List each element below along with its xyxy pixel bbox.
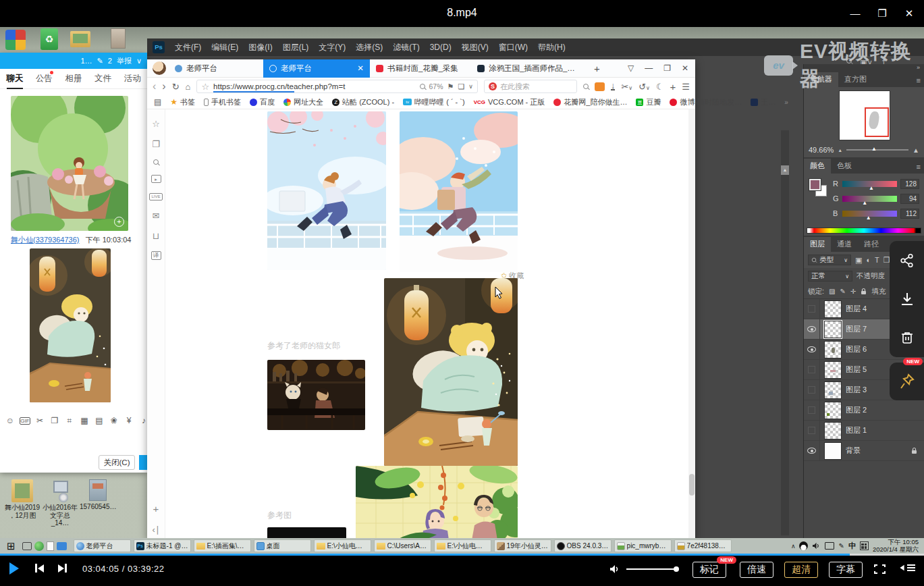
scroll-up-arrow[interactable]: ▲ [781,165,789,175]
zoom-slider[interactable]: ▲ [846,149,908,151]
taskbar-item-image[interactable]: 7e2f481386… [674,539,732,552]
lock-transparent-icon[interactable]: ▨ [829,288,835,295]
pinned-document-icon[interactable] [47,541,54,551]
browser-tab[interactable]: 书籍封面_花瓣_采集 [370,59,471,78]
share-icon[interactable] [900,253,915,268]
canvas-scrollbar[interactable]: ▲ [781,130,789,535]
new-tab-icon[interactable]: + [587,63,607,74]
cart-icon[interactable]: ⊔ [153,231,159,241]
qq-tray-icon[interactable] [799,541,808,550]
ad-blocker-icon[interactable] [595,82,605,91]
download-icon[interactable]: ↓ [611,82,616,90]
desktop-icon-folder-dec[interactable]: 舞小仙2019，12月图 [4,479,40,519]
folder-icon[interactable]: ❐ [47,416,62,425]
search-box[interactable]: S 在此搜索 [484,80,577,93]
artwork-cat-bar[interactable] [267,360,365,430]
playlist-icon[interactable] [899,564,915,572]
tab-layers[interactable]: 图层 [804,237,831,252]
fg-bg-swatches[interactable] [809,179,828,198]
progress-bar[interactable] [0,554,924,556]
fullscreen-icon[interactable] [874,564,886,574]
sender-name[interactable]: 舞小仙(3379364736) [11,236,80,244]
b-handle[interactable]: ▲ [866,215,871,221]
gif-icon[interactable]: GIF [20,417,30,425]
color-spectrum-ramp[interactable] [807,228,921,234]
home-icon[interactable]: ⌂ [186,82,191,92]
pinned-app-icon[interactable] [34,541,44,551]
bookmark-item[interactable]: 百度 [250,97,275,107]
volume-tray-icon[interactable] [812,542,821,550]
panel-menu-icon[interactable]: ≡ [917,163,921,171]
b-value[interactable]: 112 [900,209,919,219]
browser-tab-active[interactable]: 老师平台✕ [263,59,370,78]
desktop-icon-app-tiles[interactable] [5,30,26,50]
desktop-icon-recycle-bin[interactable]: ♻ [40,28,58,50]
screenshot-icon[interactable]: ✂ [32,416,47,425]
back-icon[interactable]: ‹ [153,80,156,92]
layer-row[interactable]: 图层 2 [804,400,924,421]
send-button-edge[interactable] [139,455,147,470]
visibility-toggle[interactable] [804,400,820,421]
report-link[interactable]: 举报 [117,56,132,66]
tab-activity[interactable]: 活动 [117,73,147,84]
add-icon[interactable]: + [670,81,676,92]
close-icon[interactable]: ✕ [902,7,916,20]
artwork-running-girl-scarf[interactable] [400,111,518,272]
tray-expand-icon[interactable]: ∧ [791,543,796,550]
tab-color[interactable]: 颜色 [804,159,831,174]
desktop-icon-folder[interactable] [70,31,90,47]
edit-icon[interactable]: ✎ [97,57,103,65]
reading-mode-icon[interactable]: ❐ [152,139,160,149]
visibility-toggle[interactable] [804,441,820,461]
maximize-icon[interactable]: ❐ [875,7,889,20]
tab-channels[interactable]: 通道 [831,237,858,252]
artwork-running-girl-spring[interactable] [267,111,386,270]
bookmark-item[interactable]: 豆豆瓣 [636,97,661,107]
network-tray-icon[interactable] [825,542,834,550]
zoom-in-icon[interactable]: ▲ [913,146,919,154]
desktop-icon-installer[interactable]: 小仙2016年文字总_14… [42,479,78,527]
g-slider[interactable]: ▲ [842,196,897,202]
add-panel-icon[interactable]: + [153,503,159,514]
menu-window[interactable]: 窗口(W) [499,42,528,53]
visibility-toggle[interactable] [804,299,820,319]
zoom-value[interactable]: 49.66% [809,146,834,154]
mark-button[interactable]: 标记NEW [692,562,726,578]
layer-row[interactable]: 图层 1 [804,421,924,441]
blend-mode-dropdown[interactable]: 正常∨ [808,271,852,282]
collapse-rail-icon[interactable]: ‹∣ [153,525,160,535]
image-icon[interactable]: ▦ [77,416,92,425]
messages-icon[interactable]: ✉ [153,211,160,221]
lock-position-icon[interactable]: ✛ [850,288,856,295]
foreground-color-swatch[interactable] [809,179,821,190]
next-button[interactable] [58,564,67,572]
scrollbar-thumb[interactable] [689,474,695,496]
taskbar-item-browser[interactable]: 老师平台 [74,539,131,552]
flag-icon[interactable]: ⚑ [447,82,454,91]
search-icon[interactable] [583,84,589,89]
r-handle[interactable]: ▲ [869,185,874,191]
page-zoom-value[interactable]: 67% [429,82,443,90]
layer-row-background[interactable]: 背景 [804,441,924,461]
bookmark-item[interactable]: 网址大全 [283,97,323,107]
lock-all-icon[interactable] [861,288,867,295]
visibility-toggle[interactable] [804,319,820,340]
zoom-out-icon[interactable]: ▲ [838,148,842,153]
undo-icon[interactable]: ↺∨ [638,82,650,92]
qq-titlebar[interactable]: 1… ✎ 2 举报 ∨ [0,53,147,69]
bookmark-item[interactable]: VCGVCG.COM - 正版 [474,97,545,107]
tab-paths[interactable]: 路径 [858,237,885,252]
visibility-toggle[interactable] [804,421,820,441]
lock-pixels-icon[interactable]: ✎ [840,288,845,295]
taskbar-item-obs[interactable]: OBS 24.0.3 (… [554,539,612,552]
taskbar-item-photoshop[interactable]: Ps未标题-1 @ … [134,539,191,552]
navigator-viewbox[interactable] [865,107,889,137]
browser-minimize-icon[interactable]: — [645,63,653,73]
favorites-icon[interactable]: ☆ [152,119,160,129]
g-handle[interactable]: ▲ [862,200,867,206]
taskbar-item-image[interactable]: 19年小仙灵… [494,539,551,552]
tab-swatches[interactable]: 色板 [831,159,858,174]
red-packet-icon[interactable]: ¥ [121,416,136,425]
download-icon[interactable] [900,292,915,307]
browser-close-icon[interactable]: ✕ [682,63,688,73]
